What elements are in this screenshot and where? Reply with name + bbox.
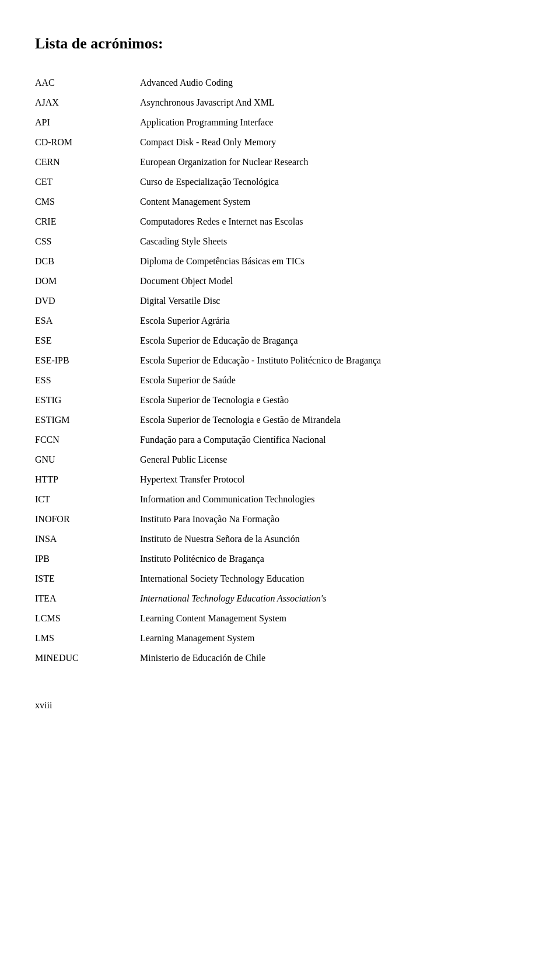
acronym-term: GNU (35, 453, 140, 467)
acronym-definition: General Public License (140, 453, 525, 467)
acronym-row: ISTEInternational Society Technology Edu… (35, 572, 525, 586)
acronym-term: ESS (35, 373, 140, 387)
acronym-row: AJAXAsynchronous Javascript And XML (35, 96, 525, 110)
acronym-term: CMS (35, 195, 140, 209)
acronym-term: DCB (35, 254, 140, 268)
acronym-definition: Escola Superior de Educação de Bragança (140, 334, 525, 348)
acronym-definition: Escola Superior Agrária (140, 314, 525, 328)
acronym-row: CD-ROMCompact Disk - Read Only Memory (35, 135, 525, 149)
acronym-row: MINEDUCMinisterio de Educación de Chile (35, 651, 525, 665)
acronym-term: ITEA (35, 592, 140, 606)
acronym-term: ESTIGM (35, 413, 140, 427)
acronym-row: ESTIGEscola Superior de Tecnologia e Ges… (35, 393, 525, 407)
acronym-definition: Escola Superior de Saúde (140, 373, 525, 387)
acronym-row: INSAInstituto de Nuestra Señora de la As… (35, 532, 525, 546)
acronym-definition: Escola Superior de Tecnologia e Gestão (140, 393, 525, 407)
page-footer: xviii (35, 700, 525, 711)
acronym-definition: Cascading Style Sheets (140, 235, 525, 249)
acronym-definition: Content Management System (140, 195, 525, 209)
acronym-definition: Fundação para a Computação Científica Na… (140, 433, 525, 447)
acronym-row: HTTPHypertext Transfer Protocol (35, 473, 525, 487)
acronym-row: CERNEuropean Organization for Nuclear Re… (35, 155, 525, 169)
acronym-definition: Curso de Especialização Tecnológica (140, 175, 525, 189)
acronym-definition: European Organization for Nuclear Resear… (140, 155, 525, 169)
acronym-row: DCBDiploma de Competências Básicas em TI… (35, 254, 525, 268)
acronym-definition: Digital Versatile Disc (140, 294, 525, 308)
acronym-list: AACAdvanced Audio CodingAJAXAsynchronous… (35, 76, 525, 665)
acronym-row: CRIEComputadores Redes e Internet nas Es… (35, 215, 525, 229)
acronym-row: AACAdvanced Audio Coding (35, 76, 525, 90)
acronym-term: LMS (35, 631, 140, 645)
acronym-row: ESSEscola Superior de Saúde (35, 373, 525, 387)
acronym-definition: Application Programming Interface (140, 116, 525, 130)
acronym-definition: Compact Disk - Read Only Memory (140, 135, 525, 149)
acronym-term: LCMS (35, 611, 140, 625)
acronym-definition: Computadores Redes e Internet nas Escola… (140, 215, 525, 229)
acronym-row: ESE-IPBEscola Superior de Educação - Ins… (35, 354, 525, 368)
acronym-term: INSA (35, 532, 140, 546)
acronym-term: MINEDUC (35, 651, 140, 665)
acronym-row: DVDDigital Versatile Disc (35, 294, 525, 308)
acronym-definition: Advanced Audio Coding (140, 76, 525, 90)
acronym-term: AJAX (35, 96, 140, 110)
acronym-definition: International Society Technology Educati… (140, 572, 525, 586)
acronym-row: IPBInstituto Politécnico de Bragança (35, 552, 525, 566)
acronym-row: ESAEscola Superior Agrária (35, 314, 525, 328)
acronym-row: ESTIGMEscola Superior de Tecnologia e Ge… (35, 413, 525, 427)
acronym-term: IPB (35, 552, 140, 566)
acronym-definition: Ministerio de Educación de Chile (140, 651, 525, 665)
page-title: Lista de acrónimos: (35, 35, 525, 53)
acronym-row: LMSLearning Management System (35, 631, 525, 645)
acronym-row: INOFORInstituto Para Inovação Na Formaçã… (35, 512, 525, 526)
acronym-term: INOFOR (35, 512, 140, 526)
acronym-row: LCMSLearning Content Management System (35, 611, 525, 625)
acronym-term: ISTE (35, 572, 140, 586)
acronym-definition: Document Object Model (140, 274, 525, 288)
acronym-row: ICTInformation and Communication Technol… (35, 492, 525, 506)
acronym-row: FCCNFundação para a Computação Científic… (35, 433, 525, 447)
acronym-definition: Hypertext Transfer Protocol (140, 473, 525, 487)
acronym-term: HTTP (35, 473, 140, 487)
acronym-term: DVD (35, 294, 140, 308)
acronym-term: DOM (35, 274, 140, 288)
acronym-row: GNUGeneral Public License (35, 453, 525, 467)
acronym-row: ESEEscola Superior de Educação de Bragan… (35, 334, 525, 348)
acronym-definition: Learning Content Management System (140, 611, 525, 625)
acronym-definition: Diploma de Competências Básicas em TICs (140, 254, 525, 268)
acronym-term: CSS (35, 235, 140, 249)
acronym-definition: Instituto Para Inovação Na Formação (140, 512, 525, 526)
acronym-term: ESE (35, 334, 140, 348)
acronym-term: ESTIG (35, 393, 140, 407)
acronym-definition: Asynchronous Javascript And XML (140, 96, 525, 110)
acronym-term: ESA (35, 314, 140, 328)
acronym-row: DOMDocument Object Model (35, 274, 525, 288)
acronym-term: CET (35, 175, 140, 189)
acronym-term: ESE-IPB (35, 354, 140, 368)
acronym-definition: Escola Superior de Educação - Instituto … (140, 354, 525, 368)
acronym-term: CD-ROM (35, 135, 140, 149)
acronym-term: CRIE (35, 215, 140, 229)
acronym-definition: Instituto Politécnico de Bragança (140, 552, 525, 566)
acronym-row: ITEAInternational Technology Education A… (35, 592, 525, 606)
acronym-row: CETCurso de Especialização Tecnológica (35, 175, 525, 189)
acronym-definition: Learning Management System (140, 631, 525, 645)
acronym-row: CMSContent Management System (35, 195, 525, 209)
acronym-definition: Information and Communication Technologi… (140, 492, 525, 506)
acronym-term: CERN (35, 155, 140, 169)
acronym-definition: Instituto de Nuestra Señora de la Asunci… (140, 532, 525, 546)
acronym-row: CSSCascading Style Sheets (35, 235, 525, 249)
acronym-definition: Escola Superior de Tecnologia e Gestão d… (140, 413, 525, 427)
acronym-term: API (35, 116, 140, 130)
acronym-term: FCCN (35, 433, 140, 447)
acronym-term: ICT (35, 492, 140, 506)
acronym-term: AAC (35, 76, 140, 90)
acronym-row: APIApplication Programming Interface (35, 116, 525, 130)
acronym-definition: International Technology Education Assoc… (140, 592, 525, 606)
